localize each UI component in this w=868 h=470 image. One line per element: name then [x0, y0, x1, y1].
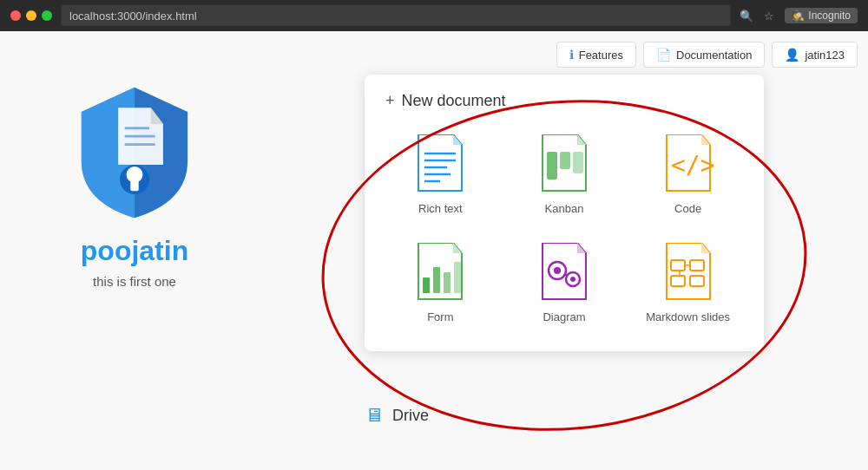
svg-rect-2 [130, 180, 138, 191]
address-bar[interactable]: localhost:3000/index.html [61, 5, 731, 26]
richtext-label: Rich text [418, 202, 463, 215]
svg-point-20 [554, 267, 561, 274]
drive-icon: 🖥 [365, 404, 384, 427]
richtext-icon [414, 134, 466, 195]
diagram-label: Diagram [542, 310, 585, 323]
minimize-dot[interactable] [26, 10, 36, 21]
window-controls [10, 10, 52, 21]
svg-rect-12 [560, 152, 570, 169]
incognito-badge: 🕵 Incognito [785, 8, 858, 23]
documentation-label: Documentation [676, 49, 752, 62]
svg-rect-15 [423, 277, 430, 293]
doc-item-kanban[interactable]: Kanban [510, 127, 620, 222]
browser-chrome: localhost:3000/index.html 🔍 ☆ 🕵 Incognit… [0, 0, 868, 31]
logo-name: poojatin [81, 235, 188, 267]
browser-actions: 🔍 ☆ 🕵 Incognito [740, 8, 858, 23]
new-document-label: New document [402, 92, 506, 110]
markdown-icon [662, 243, 714, 304]
svg-rect-13 [573, 152, 583, 173]
close-dot[interactable] [10, 10, 21, 21]
zoom-icon[interactable]: 🔍 [740, 10, 753, 23]
user-button[interactable]: 👤 jatin123 [772, 42, 858, 68]
new-document-card: + New document Rich text [365, 75, 764, 351]
form-label: Form [427, 310, 453, 323]
code-icon: </> [662, 134, 714, 195]
svg-text:</>: </> [671, 151, 714, 180]
doc-item-diagram[interactable]: Diagram [510, 236, 620, 330]
doc-item-code[interactable]: </> Code [633, 127, 743, 222]
kanban-icon [538, 134, 590, 195]
logo-subtitle: this is first one [93, 274, 176, 289]
user-icon: 👤 [785, 48, 799, 62]
user-label: jatin123 [805, 49, 845, 62]
features-label: Features [579, 49, 623, 62]
page-content: ℹ Features 📄 Documentation 👤 jatin123 [0, 31, 868, 470]
svg-rect-17 [444, 272, 450, 293]
svg-point-22 [570, 277, 575, 282]
svg-rect-16 [433, 267, 440, 293]
code-label: Code [674, 202, 701, 215]
form-icon [414, 243, 466, 304]
incognito-label: Incognito [808, 10, 851, 22]
doc-item-richtext[interactable]: Rich text [385, 127, 496, 222]
url-text: localhost:3000/index.html [69, 10, 197, 23]
incognito-icon: 🕵 [792, 10, 805, 22]
shield-logo [69, 83, 200, 222]
bookmark-icon[interactable]: ☆ [764, 10, 774, 23]
markdown-label: Markdown slides [646, 310, 730, 323]
docs-icon: 📄 [656, 48, 671, 62]
new-document-title: + New document [385, 92, 743, 110]
svg-rect-11 [547, 152, 557, 180]
drive-label: Drive [392, 407, 429, 425]
logo-area: poojatin this is first one [69, 83, 200, 289]
features-button[interactable]: ℹ Features [556, 42, 636, 68]
maximize-dot[interactable] [42, 10, 52, 21]
documentation-button[interactable]: 📄 Documentation [643, 42, 765, 68]
drive-section[interactable]: 🖥 Drive [365, 404, 429, 427]
plus-icon: + [385, 92, 395, 110]
doc-item-markdown[interactable]: Markdown slides [633, 236, 743, 330]
diagram-icon [538, 243, 590, 304]
features-icon: ℹ [569, 48, 574, 62]
top-nav: ℹ Features 📄 Documentation 👤 jatin123 [556, 42, 858, 68]
svg-rect-18 [454, 262, 461, 293]
kanban-label: Kanban [545, 202, 584, 215]
document-grid: Rich text Kanban </> [385, 127, 743, 330]
doc-item-form[interactable]: Form [385, 236, 496, 330]
